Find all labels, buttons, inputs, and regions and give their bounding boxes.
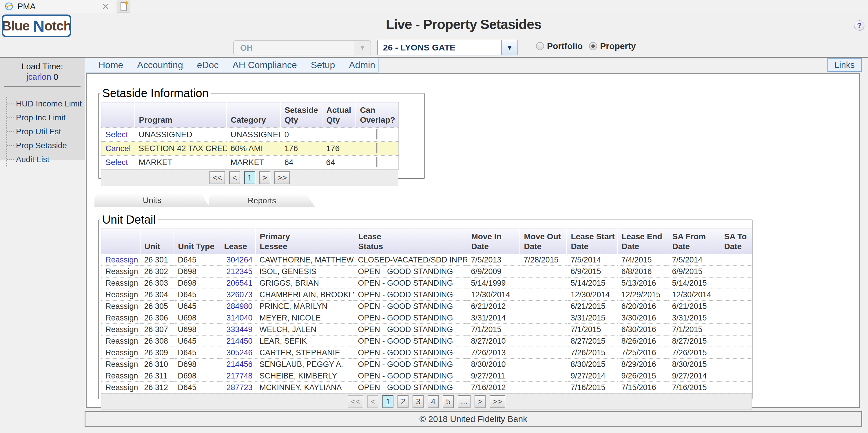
setaside-action-link[interactable]: Select <box>105 130 128 139</box>
lease-link[interactable]: 314040 <box>226 314 252 322</box>
move-in-cell: 7/1/2015 <box>467 324 520 335</box>
setaside-legend: Setaside Information <box>100 87 211 100</box>
lease-link[interactable]: 304264 <box>226 256 252 264</box>
lease-link[interactable]: 214450 <box>226 337 252 345</box>
unit-cell: 26 304 <box>140 289 174 300</box>
load-time-block: Load Time: jcarlon 0 <box>0 61 85 82</box>
property-dropdown-value: 26 - LYONS GATE <box>378 42 501 53</box>
lease-start-cell: 8/27/2015 <box>567 335 617 347</box>
actual-qty-cell <box>322 127 356 142</box>
lessee-cell: MEYER, NICOLE <box>255 312 354 324</box>
reassign-link[interactable]: Reassign <box>105 348 138 357</box>
pager-button[interactable]: 1 <box>244 171 255 184</box>
sa-from-cell: 7/5/2014 <box>668 254 720 266</box>
setaside-column-header: Setaside Qty <box>280 103 322 128</box>
pager-button[interactable]: >> <box>490 395 505 408</box>
nav-item[interactable]: Setup <box>311 60 335 70</box>
radio-option[interactable]: Property <box>589 41 636 51</box>
sa-to-cell <box>720 382 752 393</box>
chevron-down-icon[interactable]: ▼ <box>354 41 371 55</box>
unit-type-cell: D645 <box>174 289 220 300</box>
nav-item[interactable]: Accounting <box>137 60 183 70</box>
lease-link[interactable]: 305246 <box>226 348 252 357</box>
property-dropdown[interactable]: 26 - LYONS GATE ▼ <box>377 40 518 55</box>
unit-detail-pager: << < 1 2 3 4 5 ... > >> <box>101 394 752 410</box>
setaside-action-link[interactable]: Cancel <box>105 144 131 153</box>
reassign-link[interactable]: Reassign <box>105 314 138 322</box>
logo-word-otch: otch <box>44 18 71 34</box>
pager-button[interactable]: < <box>229 171 240 184</box>
reassign-link[interactable]: Reassign <box>105 337 138 345</box>
lease-link[interactable]: 287723 <box>226 383 252 392</box>
pager-button[interactable]: ... <box>458 395 470 408</box>
reassign-link[interactable]: Reassign <box>105 325 138 334</box>
reassign-link[interactable]: Reassign <box>105 302 138 311</box>
new-tab-button[interactable]: ✶ <box>117 1 130 13</box>
state-dropdown[interactable]: OH ▼ <box>233 40 371 55</box>
links-button[interactable]: Links <box>828 58 862 72</box>
reassign-link[interactable]: Reassign <box>105 256 138 264</box>
lease-link[interactable]: 333449 <box>226 325 252 334</box>
pager-button[interactable]: 3 <box>412 395 424 408</box>
sidebar-item[interactable]: HUD Income Limit <box>7 97 85 111</box>
internet-explorer-icon: e <box>5 2 13 11</box>
lease-link[interactable]: 326073 <box>226 290 252 299</box>
sidebar-item[interactable]: Prop Util Est <box>7 125 85 139</box>
reassign-link[interactable]: Reassign <box>105 290 138 299</box>
lease-link[interactable]: 212345 <box>226 267 252 276</box>
lease-start-cell: 7/1/2015 <box>567 324 617 335</box>
can-overlap-checkbox[interactable] <box>376 157 377 167</box>
sidebar-item-label: Prop Inc Limit <box>16 113 65 122</box>
can-overlap-checkbox[interactable] <box>376 129 377 140</box>
reassign-link[interactable]: Reassign <box>105 383 138 392</box>
pager-button[interactable]: << <box>210 171 225 184</box>
tab-units[interactable]: Units <box>94 194 210 207</box>
chevron-down-icon[interactable]: ▼ <box>501 40 518 55</box>
pager-button[interactable]: < <box>367 395 378 408</box>
nav-item[interactable]: Home <box>98 60 123 70</box>
sidebar-item[interactable]: Prop Inc Limit <box>7 111 85 125</box>
move-in-cell: 9/27/2011 <box>467 370 520 382</box>
reassign-link[interactable]: Reassign <box>105 360 138 369</box>
nav-item[interactable]: eDoc <box>197 60 219 70</box>
unit-detail-header-row: UnitUnit TypeLeasePrimary LesseeLease St… <box>101 229 752 254</box>
lessee-cell: ISOL, GENESIS <box>255 266 354 277</box>
tab-close-icon[interactable]: ✕ <box>100 1 111 11</box>
lease-link[interactable]: 214456 <box>226 360 252 369</box>
reassign-link[interactable]: Reassign <box>105 267 138 276</box>
pager-button[interactable]: > <box>474 395 486 408</box>
setaside-row: Select UNASSIGNED UNASSIGNED 0 <box>101 127 399 142</box>
sidebar-item[interactable]: Prop Setaside <box>7 139 85 152</box>
lease-link[interactable]: 284980 <box>226 302 252 311</box>
browser-tab-pma[interactable]: e PMA ✕ <box>0 0 116 13</box>
setaside-column-header: Category <box>226 103 280 128</box>
pager-button[interactable]: >> <box>274 171 290 184</box>
unit-detail-column-header: Move Out Date <box>520 229 567 254</box>
radio-circle-icon[interactable] <box>536 42 544 50</box>
lease-link[interactable]: 206541 <box>226 279 252 287</box>
setaside-column-header: Can Overlap? <box>356 103 399 128</box>
pager-button[interactable]: 5 <box>443 395 454 408</box>
pager-button[interactable]: 4 <box>428 395 439 408</box>
lessee-cell: LEAR, SEFIK <box>255 335 354 347</box>
sidebar-item[interactable]: Audit List <box>7 152 85 167</box>
reassign-link[interactable]: Reassign <box>105 372 138 380</box>
pager-button[interactable]: 1 <box>382 395 394 408</box>
reassign-link[interactable]: Reassign <box>105 279 138 287</box>
move-out-cell <box>520 358 567 370</box>
can-overlap-checkbox[interactable] <box>376 143 377 153</box>
pager-button[interactable]: << <box>348 395 363 408</box>
nav-item[interactable]: AH Compliance <box>232 60 297 70</box>
pager-button[interactable]: 2 <box>398 395 408 408</box>
unit-detail-row: Reassign 26 309 D645 305246 CARTER, STEP… <box>101 347 752 358</box>
move-out-cell <box>520 382 567 393</box>
radio-option[interactable]: Portfolio <box>536 41 583 51</box>
nav-item[interactable]: Admin <box>349 60 375 70</box>
pager-button[interactable]: > <box>259 171 270 184</box>
lease-end-cell: 7/4/2015 <box>617 254 668 266</box>
radio-circle-icon[interactable] <box>589 42 597 50</box>
lease-link[interactable]: 217748 <box>226 372 252 380</box>
help-icon[interactable]: ? <box>854 20 865 31</box>
tab-reports[interactable]: Reports <box>209 194 315 207</box>
setaside-action-link[interactable]: Select <box>105 158 128 167</box>
